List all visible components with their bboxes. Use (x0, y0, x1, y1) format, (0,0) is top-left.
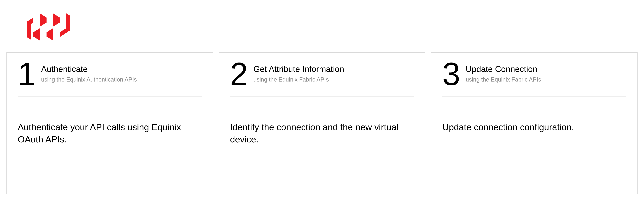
step-body: Identify the connection and the new virt… (230, 121, 414, 145)
step-number: 3 (442, 61, 458, 87)
step-subtitle: using the Equinix Fabric APIs (254, 76, 344, 83)
step-body: Authenticate your API calls using Equini… (18, 121, 202, 145)
step-header: 1 Authenticate using the Equinix Authent… (18, 61, 202, 97)
step-body: Update connection configuration. (442, 121, 626, 133)
step-title: Get Attribute Information (254, 64, 344, 74)
steps-row: 1 Authenticate using the Equinix Authent… (6, 52, 638, 194)
step-subtitle: using the Equinix Fabric APIs (466, 76, 541, 83)
step-number: 1 (18, 61, 34, 87)
step-subtitle: using the Equinix Authentication APIs (41, 76, 137, 83)
brand-logo (6, 7, 638, 41)
step-header: 2 Get Attribute Information using the Eq… (230, 61, 414, 97)
equinix-logo-icon (26, 13, 71, 41)
step-card-2: 2 Get Attribute Information using the Eq… (219, 52, 425, 194)
step-header: 3 Update Connection using the Equinix Fa… (442, 61, 626, 97)
step-title: Update Connection (466, 64, 541, 74)
step-number: 2 (230, 61, 246, 87)
step-card-3: 3 Update Connection using the Equinix Fa… (431, 52, 638, 194)
step-card-1: 1 Authenticate using the Equinix Authent… (6, 52, 213, 194)
step-title: Authenticate (41, 64, 137, 74)
